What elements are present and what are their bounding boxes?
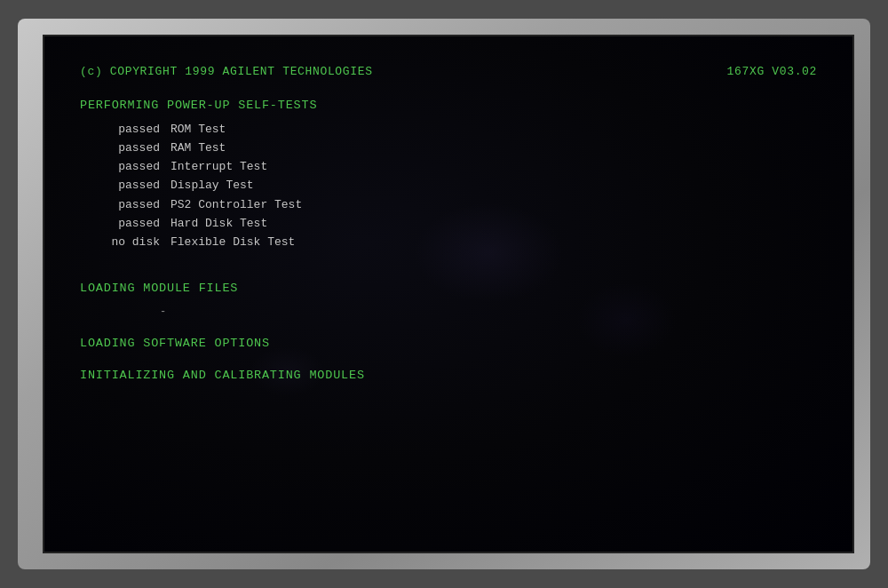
test-status: no disk [80, 234, 160, 251]
test-name: Display Test [170, 177, 254, 195]
dash-indicator: - [160, 304, 817, 321]
loading-software-header: LOADING SOFTWARE OPTIONS [80, 335, 817, 354]
table-row: passed PS2 Controller Test [80, 196, 817, 214]
screen-content: (c) COPYRIGHT 1999 AGILENT TECHNOLOGIES … [44, 36, 852, 417]
test-name: ROM Test [170, 121, 226, 139]
test-name: PS2 Controller Test [170, 196, 302, 214]
test-status: passed [80, 196, 160, 214]
initializing-header: INITIALIZING AND CALIBRATING MODULES [80, 367, 817, 385]
test-status: passed [80, 158, 160, 176]
screen: (c) COPYRIGHT 1999 AGILENT TECHNOLOGIES … [43, 35, 854, 553]
selftest-header: PERFORMING POWER-UP SELF-TESTS [80, 97, 817, 115]
table-row: no disk Flexible Disk Test [80, 234, 817, 251]
test-list: passed ROM Test passed RAM Test passed I… [80, 121, 817, 251]
test-name: RAM Test [170, 139, 226, 157]
test-name: Flexible Disk Test [170, 234, 295, 251]
test-status: passed [80, 215, 160, 233]
test-name: Interrupt Test [170, 158, 267, 176]
test-status: passed [80, 177, 160, 195]
table-row: passed Interrupt Test [80, 158, 817, 176]
table-row: passed Hard Disk Test [80, 215, 817, 233]
table-row: passed RAM Test [80, 139, 817, 157]
loading-modules-header: LOADING MODULE FILES [80, 280, 817, 298]
test-status: passed [80, 139, 160, 157]
test-status: passed [80, 121, 160, 139]
table-row: passed ROM Test [80, 121, 817, 139]
table-row: passed Display Test [80, 177, 817, 195]
copyright-text: (c) COPYRIGHT 1999 AGILENT TECHNOLOGIES [80, 63, 373, 81]
copyright-line: (c) COPYRIGHT 1999 AGILENT TECHNOLOGIES … [80, 63, 817, 81]
test-name: Hard Disk Test [170, 215, 267, 233]
version-text: 167XG V03.02 [727, 63, 817, 81]
monitor-frame: (c) COPYRIGHT 1999 AGILENT TECHNOLOGIES … [18, 19, 870, 569]
